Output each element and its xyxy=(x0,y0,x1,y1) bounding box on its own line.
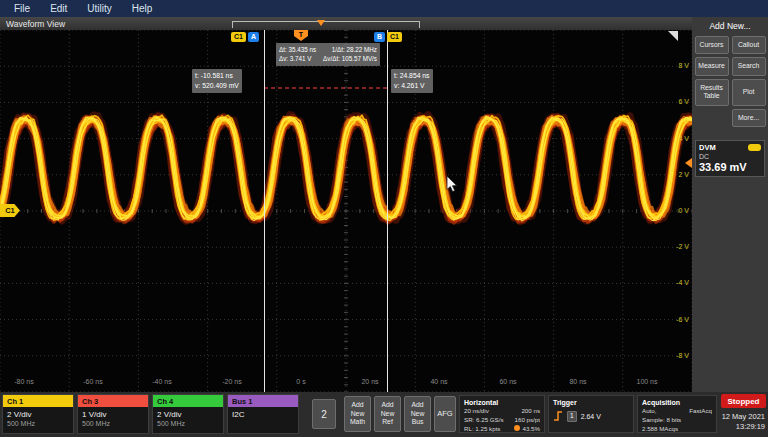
waveform-view: Waveform View T C1 A xyxy=(0,17,692,392)
channel-4-scale: 2 V/div xyxy=(153,407,223,419)
main-area: Waveform View T C1 A xyxy=(0,17,768,392)
cursor-a-badges[interactable]: C1 A xyxy=(231,32,259,42)
cursor-a-readout: t: -10.581 ns v: 520.409 mV xyxy=(192,69,242,93)
delta-v-over-t-value: Δv/Δt: 105.57 MV/s xyxy=(323,54,377,63)
channel-1-badge[interactable]: Ch 1 2 V/div 500 MHz xyxy=(2,394,74,434)
cursor-a-time: t: -10.581 ns xyxy=(195,71,239,81)
date-display: 12 May 2021 xyxy=(695,412,765,422)
delta-v-value: Δv: 3.741 V xyxy=(279,54,312,63)
channel-3-scale: 1 V/div xyxy=(78,407,148,419)
horizontal-row-2: SR: 6.25 GS/s 160 ps/pt xyxy=(464,416,540,425)
sample-rate: SR: 6.25 GS/s xyxy=(464,416,504,425)
menu-help[interactable]: Help xyxy=(122,1,163,16)
add-new-title: Add New... xyxy=(692,21,768,31)
y-axis-label: 2 V xyxy=(659,171,689,178)
y-axis-label: 8 V xyxy=(659,62,689,69)
trigger-settings-row: 1 2.64 V xyxy=(553,411,629,421)
y-axis-label: -4 V xyxy=(659,279,689,286)
view-resize-corner-handle[interactable] xyxy=(668,31,678,41)
dvm-mode: DC xyxy=(696,153,764,160)
channel-4-name: Ch 4 xyxy=(153,395,223,407)
trigger-title: Trigger xyxy=(553,398,629,407)
afg-button[interactable]: AFG xyxy=(434,396,456,432)
cursor-a-line[interactable] xyxy=(264,30,265,392)
horizontal-scale: 20 ns/div xyxy=(464,407,489,416)
channel-4-badge[interactable]: Ch 4 2 V/div 500 MHz xyxy=(152,394,224,434)
position-icon xyxy=(514,425,520,431)
trigger-badge[interactable]: Trigger 1 2.64 V xyxy=(548,395,634,433)
dvm-title: DVM xyxy=(699,143,716,152)
delta-t-value: Δt: 35.435 ns xyxy=(279,45,316,54)
menu-utility[interactable]: Utility xyxy=(77,1,121,16)
more-button[interactable]: More... xyxy=(732,109,766,127)
results-table-button[interactable]: Results Table xyxy=(695,79,729,106)
inverse-delta-t-value: 1/Δt: 28.22 MHz xyxy=(332,45,377,54)
cursor-a-source-badge[interactable]: C1 xyxy=(231,32,246,42)
menu-edit[interactable]: Edit xyxy=(40,1,77,16)
add-new-ref-button[interactable]: Add New Ref xyxy=(374,396,401,432)
cursor-b-source-badge[interactable]: C1 xyxy=(387,32,402,42)
menu-bar: File Edit Utility Help xyxy=(0,0,768,17)
acquisition-mode: Auto, xyxy=(642,407,656,416)
waveform-display[interactable]: T C1 A B C1 Δt: 35.435 ns 1/Δt: 28.22 MH… xyxy=(0,30,692,392)
menu-file[interactable]: File xyxy=(4,1,40,16)
channel-badges: Ch 1 2 V/div 500 MHz Ch 3 1 V/div 500 MH… xyxy=(2,394,299,434)
zoom-scale-button[interactable]: 2 xyxy=(312,399,336,429)
y-axis-label: -2 V xyxy=(659,243,689,250)
sample-resolution: 160 ps/pt xyxy=(515,416,540,425)
horizontal-position: 43.5% xyxy=(514,425,540,434)
position-value: 43.5% xyxy=(522,425,540,432)
cursor-delta-readout: Δt: 35.435 ns 1/Δt: 28.22 MHz Δv: 3.741 … xyxy=(276,43,380,66)
x-axis-label: 80 ns xyxy=(560,378,596,385)
horizontal-title: Horizontal xyxy=(464,398,540,407)
channel-3-badge[interactable]: Ch 3 1 V/div 500 MHz xyxy=(77,394,149,434)
ruler-trigger-icon[interactable] xyxy=(317,20,325,26)
x-axis-label: 100 ns xyxy=(629,378,665,385)
trigger-level: 2.64 V xyxy=(581,413,601,420)
y-axis-label: -8 V xyxy=(659,352,689,359)
cursor-b-voltage: v: 4.261 V xyxy=(394,81,430,91)
dvm-source-channel-icon xyxy=(748,144,761,151)
horizontal-row-3: RL: 1.25 kpts 43.5% xyxy=(464,425,540,434)
channel-1-name: Ch 1 xyxy=(3,395,73,407)
oscilloscope-app: File Edit Utility Help Waveform View T xyxy=(0,0,768,437)
search-button[interactable]: Search xyxy=(732,57,766,75)
plot-button[interactable]: Plot xyxy=(732,79,766,106)
add-new-bus-button[interactable]: Add New Bus xyxy=(404,396,431,432)
cursors-button[interactable]: Cursors xyxy=(695,36,729,54)
horizontal-row-1: 20 ns/div 200 ns xyxy=(464,407,540,416)
channel-3-name: Ch 3 xyxy=(78,395,148,407)
cursor-delta-row-2: Δv: 3.741 V Δv/Δt: 105.57 MV/s xyxy=(279,54,377,63)
time-display: 13:29:19 xyxy=(695,422,765,432)
graticule-and-traces[interactable] xyxy=(0,30,692,392)
add-new-button-grid: Cursors Callout Measure Search Results T… xyxy=(692,36,768,127)
acquisition-window-ruler[interactable] xyxy=(232,21,420,28)
cursor-b-line[interactable] xyxy=(387,30,388,392)
x-axis-label: 0 s xyxy=(283,378,319,385)
cursor-a-badge[interactable]: A xyxy=(248,32,259,42)
add-new-math-button[interactable]: Add New Math xyxy=(344,396,371,432)
channel-1-bandwidth: 500 MHz xyxy=(3,419,73,427)
x-axis-label: 40 ns xyxy=(421,378,457,385)
cursor-b-time: t: 24.854 ns xyxy=(394,71,430,81)
bus-1-type: I2C xyxy=(228,407,298,419)
dvm-badge[interactable]: DVM DC 33.69 mV xyxy=(695,140,765,177)
record-length: RL: 1.25 kpts xyxy=(464,425,500,434)
sample-bits: Sample: 8 bits xyxy=(642,416,681,425)
dvm-header: DVM xyxy=(696,141,764,153)
horizontal-badge[interactable]: Horizontal 20 ns/div 200 ns SR: 6.25 GS/… xyxy=(459,395,545,433)
trigger-level-arrow-icon[interactable] xyxy=(685,158,692,168)
run-stop-button[interactable]: Stopped xyxy=(721,394,766,408)
y-axis-label: 6 V xyxy=(659,98,689,105)
cursor-delta-row-1: Δt: 35.435 ns 1/Δt: 28.22 MHz xyxy=(279,45,377,54)
bus-1-badge[interactable]: Bus 1 I2C xyxy=(227,394,299,434)
callout-button[interactable]: Callout xyxy=(732,36,766,54)
bus-1-extra xyxy=(228,419,298,420)
acquisition-title: Acquisition xyxy=(642,398,712,407)
cursor-b-badges[interactable]: B C1 xyxy=(374,32,402,42)
channel-3-bandwidth: 500 MHz xyxy=(78,419,148,427)
x-axis-label: 20 ns xyxy=(352,378,388,385)
acquisition-count: 2.588 MAcqs xyxy=(642,425,678,434)
measure-button[interactable]: Measure xyxy=(695,57,729,75)
cursor-b-badge[interactable]: B xyxy=(374,32,385,42)
